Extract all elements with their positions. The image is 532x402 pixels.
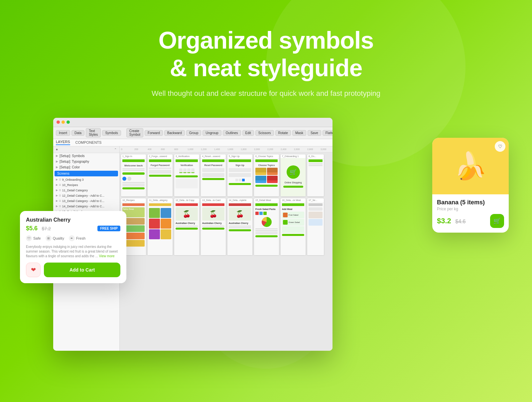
toolbar-data[interactable]: Data [71,130,84,136]
cherry-badge-quality: ⊞ Quality [46,235,64,241]
screens-row-2: 10_Recipes Spicy Soup [120,198,332,256]
screen-detailcomplete-label: 14_Deta...mplete [227,198,252,202]
toolbar-text-styles[interactable]: Text Styles [86,128,101,137]
screen-onboarding8[interactable]: 8_On... [307,154,324,196]
screen-detailmealtrack-label: 16_Deta...ck Meal [281,198,306,202]
toolbar-outlines[interactable]: Outlines [223,130,241,136]
hero-subtitle: Well thought out and clear structure for… [0,89,532,98]
safe-icon: 🛡 [26,235,32,241]
canvas-area: 0 200 400 600 800 1,000 1,200 1,400 1,60… [120,146,332,351]
cherry-description: Everybody enjoys indulging in juicy red … [26,245,120,259]
window-maximize-dot[interactable] [66,120,70,124]
cherry-badge-fresh: ✒ Fresh [69,235,85,241]
screen-detail-to-card[interactable]: 13_Deta...to Card 🍒 Australian Cherry [201,198,226,255]
layer-detail-cat-add2[interactable]: ▶ □ 13_Detail Category - Add to C... [53,198,119,204]
layer-setup-color[interactable]: ▶ [Setup]: Color [53,164,119,170]
cherry-badges: 🛡 Safe ⊞ Quality ✒ Fresh [26,235,120,241]
cherry-badge-safe: 🛡 Safe [26,235,41,241]
toolbar-scissors[interactable]: Scissors [255,130,274,136]
screen-detailcat-label: 11_Deta...ategory [148,198,173,202]
cherry-view-more[interactable]: View more [99,254,115,258]
cherry-price-row: $5.6 $7.2 FREE SHIP [26,225,120,232]
toolbar-edit[interactable]: Edit [242,130,254,136]
screen-recipes-label: 10_Recipes [121,198,146,202]
cherry-actions: ❤ Add to Cart [26,263,120,277]
toolbar-symbols[interactable]: Symbols [102,130,121,136]
content-area: Insert Data Text Styles Symbols Create S… [0,118,532,367]
screen-choose-topics[interactable]: 6_Choose Topics Choose Topics [254,154,279,196]
toolbar-mask[interactable]: Mask [292,130,306,136]
menu-layers[interactable]: LAYERS [56,140,70,145]
layer-detail-cat-add3[interactable]: ▶ □ 14_Detail Category - Add to C... [53,204,119,209]
screen-detailcatcopy-label: 12_Deta...te Copy [174,198,199,202]
banana-price-old: $4.6 [455,219,466,224]
screen-detail-complete[interactable]: 14_Deta...mplete 🍒 Australian Cherry [227,198,252,255]
toolbar-ungroup[interactable]: Ungroup [202,130,221,136]
screen-signup-label: 5_Sign Up [227,154,252,158]
menu-components[interactable]: COMPONENTS [75,140,102,144]
toolbar-create-symbol[interactable]: Create Symbol [126,128,143,137]
layers-up-icon[interactable]: ⌃ [114,148,117,151]
screen-search[interactable]: 17_Se... [307,198,324,255]
cherry-free-ship-badge: FREE SHIP [97,226,120,231]
window-titlebar [53,118,332,127]
screen-onboarding1[interactable]: 7_Onboarding 1 🛒 Online Shopping [281,154,306,196]
cherry-price-old: $7.2 [42,226,51,231]
screen-sign-up[interactable]: 5_Sign Up Sign Up [227,154,252,196]
screen-forgot-password[interactable]: 2_Forgo...ssword Forgot Password [148,154,173,196]
menu-bar: LAYERS COMPONENTS [53,139,332,146]
screen-reset-label: 4_Reset...ssword [201,154,226,158]
toolbar-backward[interactable]: Backward [164,130,185,136]
layer-recipes[interactable]: ▶ □ 10_Recipes [53,182,119,188]
toolbar-forward[interactable]: Forward [145,130,163,136]
layer-onboarding3[interactable]: ▶ □ 9_Onboarding 3 [53,177,119,182]
screen-detailcard-label: 13_Deta...to Card [201,198,226,202]
screen-reset-password[interactable]: 4_Reset...ssword Reset Password [201,154,226,196]
banana-heart-button[interactable]: ♡ [495,141,505,152]
hero-section: Organized symbols & neat styleguide Well… [0,0,532,98]
toolbar-rotate[interactable]: Rotate [275,130,291,136]
cherry-card-title: Australian Cherry [26,217,120,223]
toolbar-group[interactable]: Group [186,130,201,136]
layer-detail-cat-add1[interactable]: ▶ □ 12_Detail Category - Add to C... [53,193,119,198]
layer-detail-cat[interactable]: ▶ □ 11_Detail Category [53,188,119,193]
screen-verification-label: 3_Verification [174,154,199,158]
fresh-icon: ✒ [69,235,75,241]
toolbar-flatten[interactable]: Flatten [323,130,332,136]
toolbar-insert[interactable]: Insert [56,130,70,136]
hero-title: Organized symbols & neat styleguide [0,27,532,82]
screen-detail-meal-track[interactable]: 16_Deta...ck Meal Add Meal Fruit Salad G… [281,198,306,255]
toolbar-save[interactable]: Save [308,130,321,136]
screen-search-label: 17_Se... [307,198,324,202]
screen-verification[interactable]: 3_Verification Verification [174,154,199,196]
toolbar: Insert Data Text Styles Symbols Create S… [53,127,332,139]
screen-onboarding1-label: 7_Onboarding 1 [281,154,306,158]
banana-subtitle: Price per kg [437,207,504,211]
quality-icon: ⊞ [46,235,52,241]
screen-detail-cat-copy[interactable]: 12_Deta...te Copy 🍒 Australian Cherry [174,198,199,255]
screen-detailmeal-label: 15_Detail Meal [254,198,279,202]
banana-price-row: $3.2 $4.6 🛒 [437,214,504,228]
screen-detail-meal[interactable]: 15_Detail Meal Fresh Salad Pasta [254,198,279,255]
screens-row-1: 1_Sign In Welcome back [120,152,332,198]
banana-cart-button[interactable]: 🛒 [490,214,504,228]
screen-topics-label: 6_Choose Topics [254,154,279,158]
layer-screens-active[interactable]: Screens [55,171,118,176]
screen-sign-in-label: 1_Sign In [121,154,146,158]
cherry-heart-button[interactable]: ❤ [26,263,41,277]
screen-detail-cat[interactable]: 11_Deta...ategory [148,198,173,255]
cherry-add-to-cart-button[interactable]: Add to Cart [44,263,120,277]
screen-forgot-label: 2_Forgo...ssword [148,154,173,158]
layers-add-icon[interactable]: + [56,148,58,151]
banana-cart-icon: 🛒 [493,217,501,225]
banana-card: 🍌 ♡ Banana (5 items) Price per kg $3.2 $… [432,138,509,233]
banana-info: Banana (5 items) Price per kg $3.2 $4.6 … [432,194,509,233]
cherry-price-current: $5.6 [26,225,38,232]
banana-image-area: 🍌 ♡ [432,138,509,194]
window-close-dot[interactable] [57,120,60,124]
screen-sign-in[interactable]: 1_Sign In Welcome back [121,154,146,196]
layer-setup-symbols[interactable]: ▶ [Setup]: Symbols [53,153,119,159]
window-minimize-dot[interactable] [62,120,65,124]
layer-setup-typography[interactable]: ▶ [Setup]: Typography [53,159,119,164]
cherry-card: Australian Cherry $5.6 $7.2 FREE SHIP 🛡 … [20,211,126,283]
